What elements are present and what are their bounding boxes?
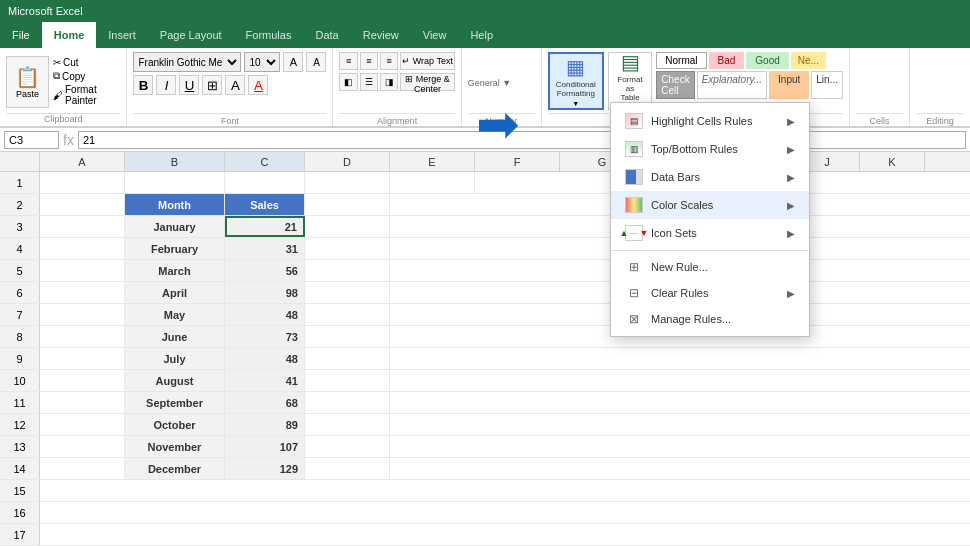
underline-button[interactable]: U (179, 75, 199, 95)
cell-a1[interactable] (40, 172, 125, 193)
tab-page-layout[interactable]: Page Layout (148, 22, 234, 48)
bold-button[interactable]: B (133, 75, 153, 95)
decrease-font-button[interactable]: A (306, 52, 326, 72)
row-header-2[interactable]: 2 (0, 194, 40, 215)
row-header-17[interactable]: 17 (0, 524, 40, 545)
cell-c9-sales[interactable]: 48 (225, 348, 305, 369)
formula-input[interactable] (78, 131, 966, 149)
paste-button[interactable]: 📋 Paste (6, 56, 49, 108)
cell-a8[interactable] (40, 326, 125, 347)
cell-d2[interactable] (305, 194, 390, 215)
format-painter-button[interactable]: 🖌 Format Painter (53, 84, 120, 106)
cell-a6[interactable] (40, 282, 125, 303)
italic-button[interactable]: I (156, 75, 176, 95)
cell-d3[interactable] (305, 216, 390, 237)
row-header-16[interactable]: 16 (0, 502, 40, 523)
font-size-select[interactable]: 10 (244, 52, 280, 72)
cell-b14-month[interactable]: December (125, 458, 225, 479)
tab-review[interactable]: Review (351, 22, 411, 48)
good-style[interactable]: Good (746, 52, 788, 69)
cell-d9[interactable] (305, 348, 390, 369)
col-header-b[interactable]: B (125, 152, 225, 171)
col-header-f[interactable]: F (475, 152, 560, 171)
cell-b3-month[interactable]: January (125, 216, 225, 237)
cell-a14[interactable] (40, 458, 125, 479)
cell-b7-month[interactable]: May (125, 304, 225, 325)
col-header-d[interactable]: D (305, 152, 390, 171)
cell-b9-month[interactable]: July (125, 348, 225, 369)
dropdown-item-top-bottom[interactable]: ▥ Top/Bottom Rules ▶ (611, 135, 809, 163)
dropdown-item-clear-rules[interactable]: ⊟ Clear Rules ▶ (611, 280, 809, 306)
cell-a5[interactable] (40, 260, 125, 281)
align-top-right-button[interactable]: ≡ (380, 52, 398, 70)
conditional-formatting-button[interactable]: ▦ ConditionalFormatting ▼ (548, 52, 604, 110)
row-header-14[interactable]: 14 (0, 458, 40, 479)
cell-a3[interactable] (40, 216, 125, 237)
cell-a12[interactable] (40, 414, 125, 435)
cell-d13[interactable] (305, 436, 390, 457)
normal-style[interactable]: Normal (656, 52, 706, 69)
cell-c11-sales[interactable]: 68 (225, 392, 305, 413)
cell-b2-month-header[interactable]: Month (125, 194, 225, 215)
cell-c13-sales[interactable]: 107 (225, 436, 305, 457)
row-header-10[interactable]: 10 (0, 370, 40, 391)
row-header-15[interactable]: 15 (0, 480, 40, 501)
cell-d5[interactable] (305, 260, 390, 281)
row-header-11[interactable]: 11 (0, 392, 40, 413)
align-right-button[interactable]: ◨ (380, 73, 398, 91)
cell-c12-sales[interactable]: 89 (225, 414, 305, 435)
cell-a7[interactable] (40, 304, 125, 325)
row-header-1[interactable]: 1 (0, 172, 40, 193)
fill-color-button[interactable]: A (225, 75, 245, 95)
cell-d12[interactable] (305, 414, 390, 435)
copy-button[interactable]: ⧉ Copy (53, 70, 120, 82)
check-cell-style[interactable]: Check Cell (656, 71, 694, 99)
tab-data[interactable]: Data (303, 22, 350, 48)
row-header-13[interactable]: 13 (0, 436, 40, 457)
tab-formulas[interactable]: Formulas (234, 22, 304, 48)
col-header-a[interactable]: A (40, 152, 125, 171)
cell-d10[interactable] (305, 370, 390, 391)
cell-c7-sales[interactable]: 48 (225, 304, 305, 325)
cell-c5-sales[interactable]: 56 (225, 260, 305, 281)
cell-b10-month[interactable]: August (125, 370, 225, 391)
row-header-9[interactable]: 9 (0, 348, 40, 369)
cell-e1[interactable] (390, 172, 475, 193)
name-box[interactable] (4, 131, 59, 149)
cell-b4-month[interactable]: February (125, 238, 225, 259)
cell-a4[interactable] (40, 238, 125, 259)
dropdown-item-color-scales[interactable]: Color Scales ▶ (611, 191, 809, 219)
merge-center-button[interactable]: ⊞ Merge & Center (400, 73, 454, 91)
cell-b8-month[interactable]: June (125, 326, 225, 347)
cell-c6-sales[interactable]: 98 (225, 282, 305, 303)
cell-c8-sales[interactable]: 73 (225, 326, 305, 347)
dropdown-item-highlight-cells[interactable]: ▤ Highlight Cells Rules ▶ (611, 107, 809, 135)
increase-font-button[interactable]: A (283, 52, 303, 72)
font-family-select[interactable]: Franklin Gothic Me (133, 52, 241, 72)
explanatory-style[interactable]: Explanatory... (697, 71, 767, 99)
cut-button[interactable]: ✂ Cut (53, 57, 120, 68)
align-top-center-button[interactable]: ≡ (360, 52, 378, 70)
align-left-button[interactable]: ◧ (339, 73, 357, 91)
cell-a2[interactable] (40, 194, 125, 215)
dropdown-item-manage-rules[interactable]: ⊠ Manage Rules... (611, 306, 809, 332)
row-header-7[interactable]: 7 (0, 304, 40, 325)
cell-d8[interactable] (305, 326, 390, 347)
row-header-8[interactable]: 8 (0, 326, 40, 347)
cell-d7[interactable] (305, 304, 390, 325)
cell-b13-month[interactable]: November (125, 436, 225, 457)
col-header-c[interactable]: C (225, 152, 305, 171)
row-header-5[interactable]: 5 (0, 260, 40, 281)
neutral-style[interactable]: Ne... (791, 52, 826, 69)
linked-style[interactable]: Lin... (811, 71, 843, 99)
col-header-k[interactable]: K (860, 152, 925, 171)
tab-help[interactable]: Help (458, 22, 505, 48)
font-color-button[interactable]: A (248, 75, 268, 95)
row-header-6[interactable]: 6 (0, 282, 40, 303)
dropdown-item-icon-sets[interactable]: ▲—▼ Icon Sets ▶ (611, 219, 809, 247)
cell-a13[interactable] (40, 436, 125, 457)
bad-style[interactable]: Bad (709, 52, 745, 69)
row-header-4[interactable]: 4 (0, 238, 40, 259)
cell-b12-month[interactable]: October (125, 414, 225, 435)
cell-c4-sales[interactable]: 31 (225, 238, 305, 259)
